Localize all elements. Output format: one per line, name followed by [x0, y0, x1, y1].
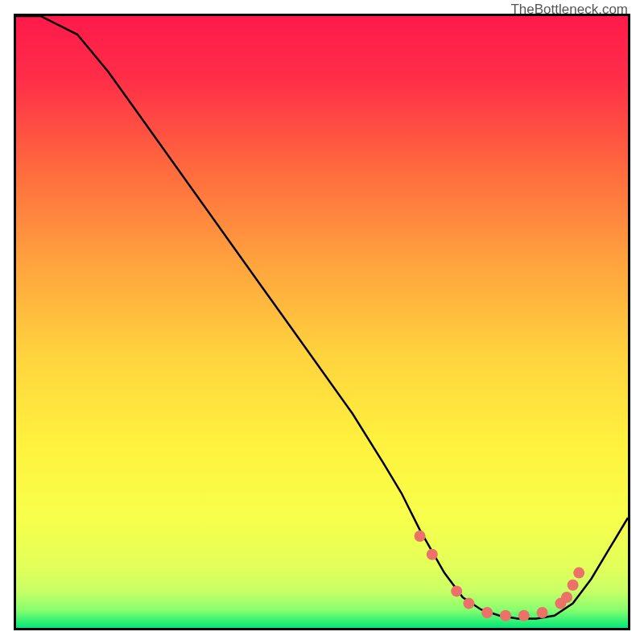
highlight-dot — [427, 549, 438, 560]
chart-plot-area — [14, 14, 630, 630]
highlight-dot — [573, 568, 584, 579]
highlight-dot — [561, 592, 572, 603]
watermark-text: TheBottleneck.com — [510, 2, 628, 18]
chart-curve-layer — [16, 16, 628, 628]
highlight-dot — [481, 607, 493, 618]
highlight-dot — [500, 610, 511, 621]
highlight-dot — [537, 607, 548, 618]
bottleneck-curve — [16, 16, 628, 619]
highlight-dot — [415, 530, 426, 542]
highlight-dot — [451, 585, 462, 597]
highlight-dot — [463, 598, 474, 609]
highlight-dot — [518, 610, 530, 621]
highlight-dot — [568, 580, 579, 591]
highlight-dots — [415, 530, 585, 621]
